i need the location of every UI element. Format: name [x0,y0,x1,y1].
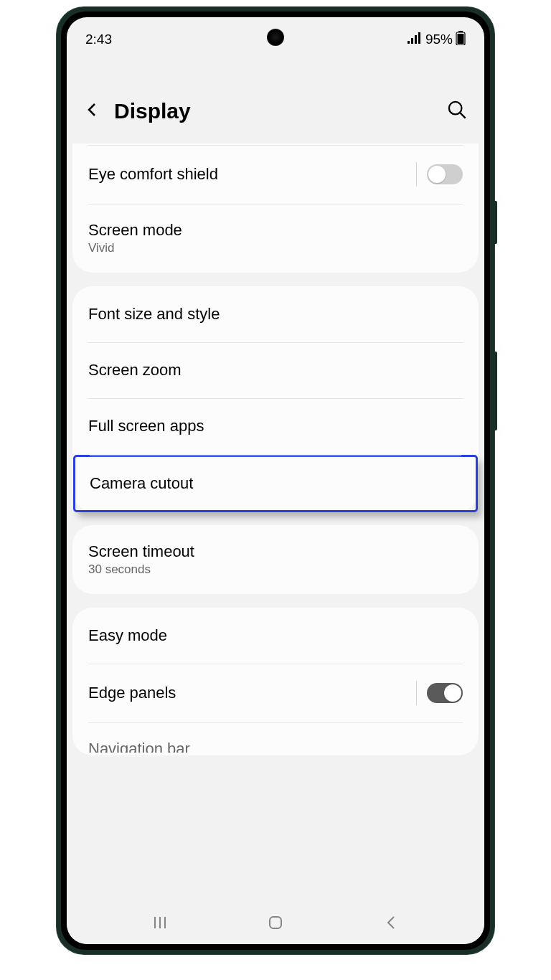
signal-icon [407,32,421,47]
setting-screen-mode[interactable]: Screen mode Vivid [72,204,479,273]
setting-edge-panels[interactable]: Edge panels [72,664,479,722]
phone-bezel: 2:43 95% Display [61,11,490,950]
system-nav-bar [67,904,484,944]
toggle-divider [416,162,417,187]
screen: 2:43 95% Display [67,17,484,944]
toggle-knob [428,166,446,183]
status-indicators: 95% [407,31,466,48]
setting-eye-comfort-shield[interactable]: Eye comfort shield [72,145,479,204]
setting-screen-timeout[interactable]: Screen timeout 30 seconds [72,525,479,594]
page-title: Display [114,99,434,123]
svg-line-4 [461,113,466,118]
setting-label: Camera cutout [90,474,193,493]
phone-side-button [494,201,497,244]
battery-percent: 95% [425,32,453,47]
toggle-container [416,681,463,705]
settings-group: Easy mode Edge panels [72,608,479,755]
search-icon[interactable] [447,100,467,123]
setting-label: Full screen apps [88,417,204,435]
setting-font-size-and-style[interactable]: Font size and style [72,286,479,342]
setting-camera-cutout[interactable]: Camera cutout [74,456,477,512]
setting-label: Edge panels [88,684,176,702]
setting-navigation-bar[interactable]: Navigation bar [72,722,479,755]
battery-icon [456,31,466,48]
setting-label: Font size and style [88,305,220,324]
toggle-divider [416,681,417,705]
toggle-switch[interactable] [427,164,463,184]
back-icon[interactable] [84,101,101,121]
recents-icon[interactable] [151,914,169,934]
svg-rect-8 [270,917,281,928]
setting-label: Easy mode [88,626,167,645]
setting-label: Navigation bar [88,740,190,753]
settings-group: Font size and style Screen zoom Full scr… [72,286,479,512]
camera-hole [267,29,284,46]
setting-value: Vivid [88,241,182,255]
setting-screen-zoom[interactable]: Screen zoom [72,342,479,398]
svg-point-3 [449,102,462,115]
back-nav-icon[interactable] [382,914,400,934]
setting-full-screen-apps[interactable]: Full screen apps [72,398,479,454]
settings-content[interactable]: Eye comfort shield Screen mode Vivid [67,143,484,944]
setting-label: Screen timeout [88,542,194,561]
toggle-container [416,162,463,187]
status-time: 2:43 [85,32,112,47]
setting-label: Eye comfort shield [88,165,218,184]
home-icon[interactable] [267,914,284,934]
svg-rect-2 [458,34,464,44]
setting-label: Screen mode [88,221,182,240]
setting-value: 30 seconds [88,562,194,577]
settings-group: Screen timeout 30 seconds [72,525,479,594]
settings-group: Eye comfort shield Screen mode Vivid [72,143,479,273]
phone-frame: 2:43 95% Display [57,7,494,954]
setting-label: Screen zoom [88,361,182,380]
phone-side-button [494,352,497,430]
app-header: Display [67,55,484,143]
setting-easy-mode[interactable]: Easy mode [72,608,479,664]
toggle-switch[interactable] [427,683,463,703]
toggle-knob [444,684,461,702]
